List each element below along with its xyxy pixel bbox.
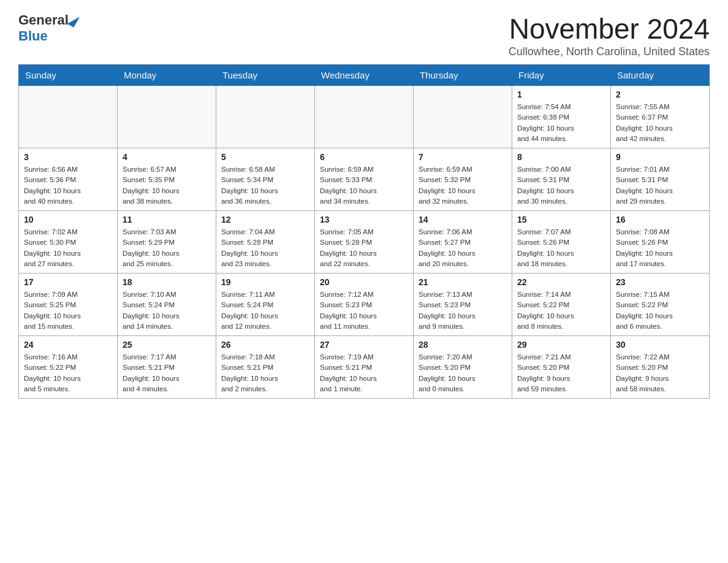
calendar-cell: 30Sunrise: 7:22 AM Sunset: 5:20 PM Dayli…	[611, 336, 710, 399]
calendar-cell: 23Sunrise: 7:15 AM Sunset: 5:22 PM Dayli…	[611, 274, 710, 336]
day-info: Sunrise: 7:09 AM Sunset: 5:25 PM Dayligh…	[24, 289, 112, 332]
calendar-cell: 16Sunrise: 7:08 AM Sunset: 5:26 PM Dayli…	[611, 211, 710, 274]
logo-triangle-icon	[67, 13, 80, 27]
logo-general-text: General	[18, 12, 69, 28]
day-info: Sunrise: 7:04 AM Sunset: 5:28 PM Dayligh…	[221, 227, 309, 269]
header-day-tuesday: Tuesday	[216, 65, 315, 86]
calendar-cell: 26Sunrise: 7:18 AM Sunset: 5:21 PM Dayli…	[216, 336, 315, 399]
day-number: 25	[123, 340, 211, 350]
day-info: Sunrise: 7:00 AM Sunset: 5:31 PM Dayligh…	[517, 164, 605, 207]
day-info: Sunrise: 7:16 AM Sunset: 5:22 PM Dayligh…	[24, 352, 112, 394]
calendar-cell: 22Sunrise: 7:14 AM Sunset: 5:22 PM Dayli…	[512, 274, 611, 336]
day-info: Sunrise: 7:02 AM Sunset: 5:30 PM Dayligh…	[24, 227, 112, 269]
day-number: 6	[320, 152, 408, 162]
day-number: 16	[616, 215, 704, 224]
calendar-week-4: 17Sunrise: 7:09 AM Sunset: 5:25 PM Dayli…	[19, 274, 710, 336]
calendar-cell: 28Sunrise: 7:20 AM Sunset: 5:20 PM Dayli…	[414, 336, 512, 399]
calendar-cell: 17Sunrise: 7:09 AM Sunset: 5:25 PM Dayli…	[19, 274, 118, 336]
day-info: Sunrise: 7:18 AM Sunset: 5:21 PM Dayligh…	[221, 352, 309, 394]
calendar-cell	[19, 86, 118, 148]
day-number: 5	[221, 152, 309, 162]
calendar-cell: 13Sunrise: 7:05 AM Sunset: 5:28 PM Dayli…	[315, 211, 414, 274]
calendar-cell: 4Sunrise: 6:57 AM Sunset: 5:35 PM Daylig…	[118, 148, 216, 211]
calendar-cell: 15Sunrise: 7:07 AM Sunset: 5:26 PM Dayli…	[512, 211, 611, 274]
day-number: 9	[616, 152, 704, 162]
calendar-cell: 29Sunrise: 7:21 AM Sunset: 5:20 PM Dayli…	[512, 336, 611, 399]
calendar-cell: 5Sunrise: 6:58 AM Sunset: 5:34 PM Daylig…	[216, 148, 315, 211]
day-info: Sunrise: 7:55 AM Sunset: 6:37 PM Dayligh…	[616, 102, 704, 144]
day-number: 27	[320, 340, 408, 350]
calendar-cell: 19Sunrise: 7:11 AM Sunset: 5:24 PM Dayli…	[216, 274, 315, 336]
day-number: 23	[616, 277, 704, 287]
calendar-week-5: 24Sunrise: 7:16 AM Sunset: 5:22 PM Dayli…	[19, 336, 710, 399]
calendar-cell: 11Sunrise: 7:03 AM Sunset: 5:29 PM Dayli…	[118, 211, 216, 274]
calendar-cell: 3Sunrise: 6:56 AM Sunset: 5:36 PM Daylig…	[19, 148, 118, 211]
calendar-week-2: 3Sunrise: 6:56 AM Sunset: 5:36 PM Daylig…	[19, 148, 710, 211]
calendar-week-1: 1Sunrise: 7:54 AM Sunset: 6:38 PM Daylig…	[19, 86, 710, 148]
day-info: Sunrise: 6:56 AM Sunset: 5:36 PM Dayligh…	[24, 164, 112, 207]
day-info: Sunrise: 7:15 AM Sunset: 5:22 PM Dayligh…	[616, 289, 704, 332]
calendar-header: SundayMondayTuesdayWednesdayThursdayFrid…	[19, 65, 710, 86]
page-title: November 2024	[509, 12, 710, 45]
day-info: Sunrise: 7:54 AM Sunset: 6:38 PM Dayligh…	[517, 102, 605, 144]
day-info: Sunrise: 7:05 AM Sunset: 5:28 PM Dayligh…	[320, 227, 408, 269]
day-number: 8	[517, 152, 605, 162]
calendar-cell	[216, 86, 315, 148]
header-day-saturday: Saturday	[611, 65, 710, 86]
header-day-thursday: Thursday	[414, 65, 512, 86]
day-number: 18	[123, 277, 211, 287]
day-info: Sunrise: 6:58 AM Sunset: 5:34 PM Dayligh…	[221, 164, 309, 207]
day-number: 19	[221, 277, 309, 287]
day-info: Sunrise: 7:14 AM Sunset: 5:22 PM Dayligh…	[517, 289, 605, 332]
calendar-cell: 7Sunrise: 6:59 AM Sunset: 5:32 PM Daylig…	[414, 148, 512, 211]
day-number: 14	[419, 215, 507, 224]
day-number: 15	[517, 215, 605, 224]
calendar-body: 1Sunrise: 7:54 AM Sunset: 6:38 PM Daylig…	[19, 86, 710, 399]
calendar-cell: 18Sunrise: 7:10 AM Sunset: 5:24 PM Dayli…	[118, 274, 216, 336]
day-info: Sunrise: 7:13 AM Sunset: 5:23 PM Dayligh…	[419, 289, 507, 332]
calendar-cell: 10Sunrise: 7:02 AM Sunset: 5:30 PM Dayli…	[19, 211, 118, 274]
day-number: 29	[517, 340, 605, 350]
day-number: 10	[24, 215, 112, 224]
day-info: Sunrise: 7:19 AM Sunset: 5:21 PM Dayligh…	[320, 352, 408, 394]
calendar-cell: 8Sunrise: 7:00 AM Sunset: 5:31 PM Daylig…	[512, 148, 611, 211]
day-number: 2	[616, 90, 704, 99]
header-day-sunday: Sunday	[19, 65, 118, 86]
day-number: 30	[616, 340, 704, 350]
header-day-monday: Monday	[118, 65, 216, 86]
calendar-cell	[118, 86, 216, 148]
calendar-cell	[414, 86, 512, 148]
day-number: 3	[24, 152, 112, 162]
day-info: Sunrise: 7:11 AM Sunset: 5:24 PM Dayligh…	[221, 289, 309, 332]
calendar-cell	[315, 86, 414, 148]
calendar-cell: 20Sunrise: 7:12 AM Sunset: 5:23 PM Dayli…	[315, 274, 414, 336]
day-info: Sunrise: 7:08 AM Sunset: 5:26 PM Dayligh…	[616, 227, 704, 269]
calendar-cell: 12Sunrise: 7:04 AM Sunset: 5:28 PM Dayli…	[216, 211, 315, 274]
logo-blue-text: Blue	[18, 28, 48, 44]
day-number: 1	[517, 90, 605, 99]
day-number: 26	[221, 340, 309, 350]
header-day-friday: Friday	[512, 65, 611, 86]
day-number: 24	[24, 340, 112, 350]
day-info: Sunrise: 7:03 AM Sunset: 5:29 PM Dayligh…	[123, 227, 211, 269]
day-info: Sunrise: 7:12 AM Sunset: 5:23 PM Dayligh…	[320, 289, 408, 332]
calendar-cell: 25Sunrise: 7:17 AM Sunset: 5:21 PM Dayli…	[118, 336, 216, 399]
day-info: Sunrise: 7:07 AM Sunset: 5:26 PM Dayligh…	[517, 227, 605, 269]
header-row: SundayMondayTuesdayWednesdayThursdayFrid…	[19, 65, 710, 86]
day-number: 12	[221, 215, 309, 224]
day-number: 21	[419, 277, 507, 287]
day-info: Sunrise: 7:21 AM Sunset: 5:20 PM Dayligh…	[517, 352, 605, 394]
day-info: Sunrise: 6:57 AM Sunset: 5:35 PM Dayligh…	[123, 164, 211, 207]
day-info: Sunrise: 6:59 AM Sunset: 5:33 PM Dayligh…	[320, 164, 408, 207]
day-number: 20	[320, 277, 408, 287]
calendar-cell: 2Sunrise: 7:55 AM Sunset: 6:37 PM Daylig…	[611, 86, 710, 148]
page-header: General Blue November 2024 Cullowhee, No…	[18, 12, 710, 58]
page-subtitle: Cullowhee, North Carolina, United States	[509, 45, 710, 58]
day-info: Sunrise: 7:20 AM Sunset: 5:20 PM Dayligh…	[419, 352, 507, 394]
calendar-cell: 14Sunrise: 7:06 AM Sunset: 5:27 PM Dayli…	[414, 211, 512, 274]
calendar-cell: 9Sunrise: 7:01 AM Sunset: 5:31 PM Daylig…	[611, 148, 710, 211]
day-number: 28	[419, 340, 507, 350]
day-number: 13	[320, 215, 408, 224]
day-number: 4	[123, 152, 211, 162]
title-section: November 2024 Cullowhee, North Carolina,…	[509, 12, 710, 58]
